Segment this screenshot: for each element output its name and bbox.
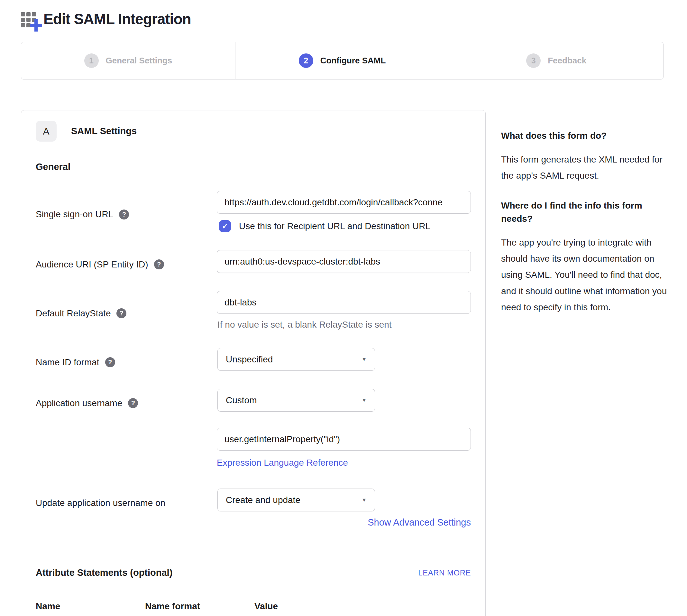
section-a-badge: A <box>36 121 56 141</box>
step-label: Feedback <box>548 56 586 66</box>
step-feedback[interactable]: 3 Feedback <box>449 42 663 79</box>
update-username-select[interactable]: Create and update ▼ <box>217 488 375 511</box>
help-icon[interactable]: ? <box>119 210 129 220</box>
relay-state-hint: If no value is set, a blank RelayState i… <box>217 320 471 330</box>
page: Edit SAML Integration 1 General Settings… <box>0 0 687 616</box>
sso-url-row: Single sign-on URL ? ✓ Use this for Reci… <box>36 191 471 232</box>
custom-expression-row: Expression Language Reference <box>36 428 471 468</box>
name-id-format-row: Name ID format ? Unspecified ▼ <box>36 348 471 371</box>
content: A SAML Settings General Single sign-on U… <box>21 110 687 616</box>
column-header-name: Name <box>36 601 145 612</box>
attribute-columns: Name Name format Value <box>36 601 471 612</box>
attribute-statements-title: Attribute Statements (optional) <box>36 567 173 578</box>
help-sidebar: What does this form do? This form genera… <box>501 110 670 331</box>
name-id-format-select[interactable]: Unspecified ▼ <box>217 348 375 371</box>
step-label: Configure SAML <box>320 56 386 66</box>
audience-uri-label: Audience URI (SP Entity ID) <box>36 259 148 270</box>
general-heading: General <box>36 161 471 172</box>
column-header-name-format: Name format <box>145 601 254 612</box>
chevron-down-icon: ▼ <box>362 397 367 403</box>
help-icon[interactable]: ? <box>154 259 164 269</box>
relay-state-input[interactable] <box>217 291 471 314</box>
step-general-settings[interactable]: 1 General Settings <box>21 42 235 79</box>
sidebar-answer-2: The app you're trying to integrate with … <box>501 235 670 316</box>
app-username-select[interactable]: Custom ▼ <box>217 389 375 412</box>
wizard-steps: 1 General Settings 2 Configure SAML 3 Fe… <box>21 42 664 80</box>
select-value: Create and update <box>226 495 300 505</box>
page-title: Edit SAML Integration <box>43 10 191 28</box>
show-advanced-settings-link[interactable]: Show Advanced Settings <box>368 517 471 528</box>
relay-state-row: Default RelayState ? If no value is set,… <box>36 291 471 330</box>
custom-expression-input[interactable] <box>217 428 471 450</box>
audience-uri-row: Audience URI (SP Entity ID) ? <box>36 250 471 273</box>
add-application-icon <box>21 9 41 29</box>
column-header-value: Value <box>254 601 278 612</box>
step-configure-saml[interactable]: 2 Configure SAML <box>235 42 449 79</box>
advanced-settings-row: Show Advanced Settings <box>36 517 471 528</box>
sidebar-answer-1: This form generates the XML needed for t… <box>501 152 670 184</box>
sidebar-question-2: Where do I find the info this form needs… <box>501 199 670 225</box>
help-icon[interactable]: ? <box>128 398 138 408</box>
relay-state-label: Default RelayState <box>36 308 111 318</box>
app-username-row: Application username ? Custom ▼ <box>36 389 471 412</box>
sso-url-input[interactable] <box>217 191 471 214</box>
select-value: Custom <box>226 395 257 405</box>
update-username-row: Update application username on Create an… <box>36 488 471 511</box>
sso-url-label: Single sign-on URL <box>36 209 113 220</box>
use-for-recipient-checkbox[interactable]: ✓ <box>219 220 231 232</box>
chevron-down-icon: ▼ <box>362 497 367 503</box>
checkbox-label: Use this for Recipient URL and Destinati… <box>239 221 430 232</box>
update-username-label: Update application username on <box>36 498 165 508</box>
sidebar-question-1: What does this form do? <box>501 129 670 142</box>
app-username-label: Application username <box>36 398 122 409</box>
section-divider <box>36 548 471 548</box>
step-number-badge: 2 <box>299 53 313 68</box>
step-number-badge: 1 <box>84 53 99 68</box>
page-header: Edit SAML Integration <box>21 9 687 29</box>
card-header: A SAML Settings <box>36 121 471 141</box>
saml-settings-card: A SAML Settings General Single sign-on U… <box>21 110 486 616</box>
learn-more-link[interactable]: LEARN MORE <box>418 568 471 577</box>
audience-uri-input[interactable] <box>217 250 471 273</box>
name-id-format-label: Name ID format <box>36 357 99 368</box>
step-number-badge: 3 <box>526 53 541 68</box>
plus-icon <box>30 19 42 31</box>
help-icon[interactable]: ? <box>105 357 115 367</box>
recipient-url-check-row: ✓ Use this for Recipient URL and Destina… <box>217 220 471 232</box>
step-label: General Settings <box>106 56 173 66</box>
select-value: Unspecified <box>226 354 273 365</box>
chevron-down-icon: ▼ <box>362 357 367 362</box>
help-icon[interactable]: ? <box>116 308 127 318</box>
expression-language-reference-link[interactable]: Expression Language Reference <box>217 458 348 468</box>
saml-settings-title: SAML Settings <box>71 126 137 136</box>
attribute-statements-header: Attribute Statements (optional) LEARN MO… <box>36 567 471 578</box>
